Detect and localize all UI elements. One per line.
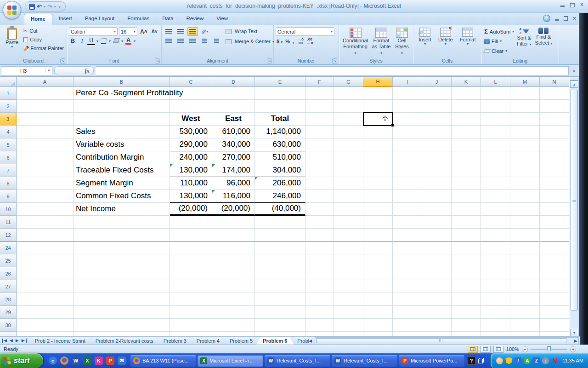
- cell-I4[interactable]: [393, 126, 422, 138]
- workbook-minimize-button[interactable]: [555, 17, 559, 21]
- cell-H10[interactable]: [363, 203, 393, 216]
- help-icon[interactable]: ?: [543, 15, 550, 22]
- green-a-icon[interactable]: A: [524, 357, 531, 364]
- row-header-7[interactable]: 7: [0, 164, 17, 177]
- cell-L7[interactable]: [481, 164, 510, 177]
- cell-I26[interactable]: [393, 267, 422, 280]
- cell-F7[interactable]: [305, 164, 334, 177]
- page-layout-view-button[interactable]: [481, 346, 491, 353]
- cell-G6[interactable]: [334, 151, 363, 164]
- cell-C30[interactable]: [170, 319, 212, 332]
- cell-M24[interactable]: [510, 242, 540, 254]
- autosum-button[interactable]: ΣAutoSum▾: [483, 27, 515, 36]
- cell-K1[interactable]: [452, 87, 481, 100]
- comma-style-button[interactable]: ,: [293, 39, 294, 44]
- cell-K4[interactable]: [452, 126, 481, 138]
- cell-C3[interactable]: West: [170, 113, 212, 126]
- accounting-format-button[interactable]: $ ▾: [277, 39, 283, 44]
- cell-M29[interactable]: [510, 306, 540, 319]
- cell-A9[interactable]: [17, 190, 74, 203]
- utility-key-icon[interactable]: /: [514, 357, 521, 364]
- column-header-B[interactable]: B: [74, 77, 170, 87]
- cell-G29[interactable]: [334, 306, 363, 319]
- name-box-dropdown[interactable]: ▼: [45, 69, 52, 73]
- cell-J6[interactable]: [422, 151, 452, 164]
- cell-N29[interactable]: [540, 306, 569, 319]
- clipboard-dialog-launcher-icon[interactable]: ↘: [60, 58, 65, 63]
- cell-F4[interactable]: [305, 126, 334, 138]
- cell-M12[interactable]: [510, 229, 540, 242]
- cell-B24[interactable]: [74, 242, 170, 254]
- column-header-I[interactable]: I: [393, 77, 422, 87]
- align-middle-button[interactable]: [175, 27, 186, 36]
- borders-dropdown[interactable]: ▾: [109, 40, 111, 43]
- cell-C29[interactable]: [170, 306, 212, 319]
- cell-G28[interactable]: [334, 293, 363, 306]
- cell-M28[interactable]: [510, 293, 540, 306]
- row-header-30[interactable]: 30: [0, 319, 17, 332]
- cell-K12[interactable]: [452, 229, 481, 242]
- cell-A30[interactable]: [17, 319, 74, 332]
- cell-M2[interactable]: [510, 100, 540, 113]
- cell-K30[interactable]: [452, 319, 481, 332]
- cell-C26[interactable]: [170, 267, 212, 280]
- cell-G30[interactable]: [334, 319, 363, 332]
- cell-B5[interactable]: Variable costs: [74, 138, 170, 151]
- cell-F24[interactable]: [305, 242, 334, 254]
- undo-button[interactable]: ↶: [37, 3, 42, 10]
- cell-L9[interactable]: [481, 190, 510, 203]
- redo-button[interactable]: ↷: [47, 3, 52, 10]
- antivirus-shield-icon[interactable]: [505, 357, 512, 364]
- split-handle[interactable]: [570, 77, 578, 80]
- fill-color-dropdown[interactable]: ▾: [121, 40, 123, 43]
- cell-L26[interactable]: [481, 267, 510, 280]
- cell-C27[interactable]: [170, 280, 212, 293]
- cell-D27[interactable]: [212, 280, 255, 293]
- firefox-icon[interactable]: [60, 356, 68, 365]
- cell-I24[interactable]: [393, 242, 422, 254]
- cell-L28[interactable]: [481, 293, 510, 306]
- zoom-in-button[interactable]: +: [570, 346, 576, 352]
- zoom-slider-thumb[interactable]: [547, 346, 551, 352]
- orientation-button[interactable]: ab▾: [199, 27, 210, 36]
- cell-C[interactable]: [170, 332, 212, 336]
- cell-C5[interactable]: 290,000: [170, 138, 212, 151]
- active-cell-selection[interactable]: [363, 112, 393, 126]
- zoom-slider[interactable]: [531, 349, 567, 350]
- format-as-table-button[interactable]: Formatas Table ▾: [370, 26, 393, 57]
- cell-G8[interactable]: [334, 177, 363, 190]
- column-header-J[interactable]: J: [422, 77, 452, 87]
- cell-F11[interactable]: [305, 216, 334, 229]
- cell-I12[interactable]: [393, 229, 422, 242]
- cell-E11[interactable]: [255, 216, 305, 229]
- cell-A29[interactable]: [17, 306, 74, 319]
- cell-B6[interactable]: Contribution Margin: [74, 151, 170, 164]
- borders-button[interactable]: [100, 37, 107, 45]
- row-header-28[interactable]: 28: [0, 293, 17, 306]
- row-header-2[interactable]: 2: [0, 100, 17, 113]
- wrap-text-button[interactable]: Wrap Text: [225, 27, 275, 36]
- cell-D7[interactable]: 174,000: [212, 164, 255, 177]
- cell-B11[interactable]: [74, 216, 170, 229]
- powerpoint-icon[interactable]: P: [106, 356, 114, 365]
- row-header-partial[interactable]: [0, 332, 17, 336]
- cell-M5[interactable]: [510, 138, 540, 151]
- cell-B1[interactable]: Perez Co -Segment Profitablity: [74, 87, 170, 100]
- cell-C8[interactable]: 110,000: [170, 177, 212, 190]
- previous-sheet-button[interactable]: ◀: [9, 338, 14, 343]
- cell-M1[interactable]: [510, 87, 540, 100]
- cell-G25[interactable]: [334, 254, 363, 267]
- cell-D24[interactable]: [212, 242, 255, 254]
- expand-formula-bar-icon[interactable]: «: [570, 66, 579, 75]
- fill-color-button[interactable]: [112, 37, 120, 45]
- cell-N8[interactable]: [540, 177, 569, 190]
- cell-E10[interactable]: (40,000): [255, 203, 305, 216]
- underline-dropdown[interactable]: ▾: [96, 40, 98, 43]
- cell-B29[interactable]: [74, 306, 170, 319]
- cell-D10[interactable]: (20,000): [212, 203, 255, 216]
- cell-G27[interactable]: [334, 280, 363, 293]
- column-header-E[interactable]: E: [255, 77, 305, 87]
- cell-D1[interactable]: [212, 87, 255, 100]
- cell-D6[interactable]: 270,000: [212, 151, 255, 164]
- task-word-1[interactable]: W Relevant_Costs_f...: [265, 355, 330, 367]
